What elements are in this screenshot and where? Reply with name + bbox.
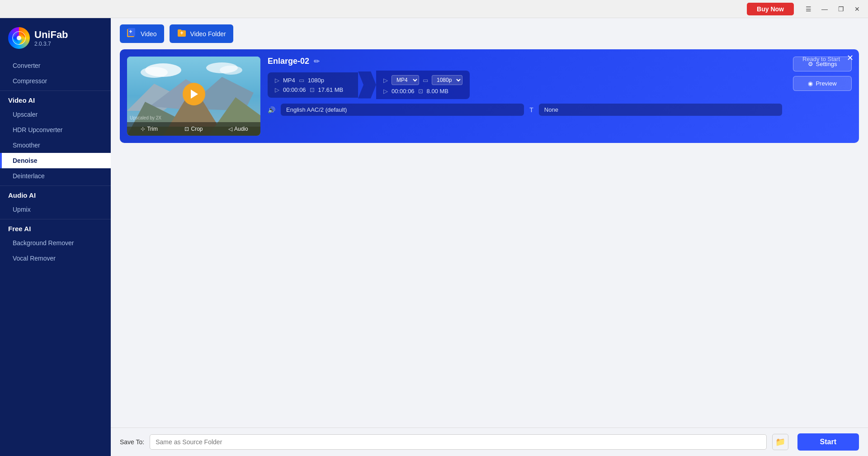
audio-sub-row: 🔊 English AAC/2 (default) T None [268, 104, 782, 116]
source-filesize: 17.61 MB [318, 86, 344, 93]
svg-text:+: + [129, 28, 132, 35]
thumbnail-area: Upscaled by 2X ⊹ Trim ⊡ Crop ◁ Audio [127, 57, 260, 136]
output-block: ▷ MP4 MKV AVI ▭ 1080p 720p [376, 71, 470, 99]
file-info: Enlarge-02 ✏ ▷ MP4 ▭ 1080p [268, 57, 782, 116]
svg-text:+: + [180, 30, 183, 36]
audio-select[interactable]: English AAC/2 (default) [281, 104, 524, 116]
close-card-button[interactable]: ✕ [847, 54, 854, 62]
source-block: ▷ MP4 ▭ 1080p ▷ 00:00:06 ⊡ 17.61 MB [268, 72, 358, 98]
play-small-icon: ▷ [275, 77, 279, 84]
play-button[interactable] [183, 83, 205, 105]
add-video-folder-button[interactable]: + Video Folder [170, 24, 233, 43]
svg-point-8 [141, 67, 168, 78]
audio-edit-button[interactable]: ◁ Audio [216, 125, 260, 133]
browse-folder-button[interactable]: 📁 [772, 434, 788, 450]
file-icon-src: ⊡ [310, 86, 315, 93]
res-icon-src: ▭ [299, 77, 304, 84]
sidebar-item-converter[interactable]: Converter [0, 58, 111, 73]
sidebar-item-smoother[interactable]: Smoother [0, 138, 111, 153]
play-icon [191, 90, 198, 99]
preview-button[interactable]: ◉ Preview [793, 76, 852, 91]
menu-button[interactable]: ☰ [801, 3, 816, 15]
thumbnail-actions: ⊹ Trim ⊡ Crop ◁ Audio [127, 122, 260, 136]
sidebar-divider-3 [0, 219, 111, 219]
add-video-folder-label: Video Folder [190, 30, 226, 38]
source-format-line: ▷ MP4 ▭ 1080p [275, 77, 351, 84]
toolbar: + Video + Video Folder [111, 18, 868, 49]
sidebar-item-hdr-upconverter[interactable]: HDR Upconverter [0, 122, 111, 138]
sidebar-item-denoise[interactable]: Denoise [0, 153, 111, 168]
sidebar-section-video-ai[interactable]: Video AI [0, 93, 111, 107]
add-video-button[interactable]: + Video [120, 24, 164, 43]
crop-button[interactable]: ⊡ Crop [171, 125, 216, 133]
logo-version: 2.0.3.7 [34, 41, 68, 47]
crop-icon: ⊡ [184, 126, 189, 132]
res-icon-out: ▭ [423, 77, 428, 84]
sidebar-item-background-remover[interactable]: Background Remover [0, 235, 111, 251]
output-duration: 00:00:06 [392, 88, 415, 95]
audio-edit-icon: ◁ [228, 126, 232, 132]
sidebar-section-free-ai[interactable]: Free AI [0, 221, 111, 235]
source-duration: 00:00:06 [283, 86, 306, 93]
logo-name: UniFab [34, 29, 68, 41]
sidebar-item-upmix[interactable]: Upmix [0, 202, 111, 217]
edit-title-icon[interactable]: ✏ [314, 57, 320, 66]
subtitle-icon: T [529, 106, 533, 114]
video-list-area: Ready to Start ✕ [111, 49, 868, 428]
play-out-icon: ▷ [383, 77, 388, 84]
ready-to-start-label: Ready to Start [802, 56, 840, 62]
play-out-icon2: ▷ [383, 88, 388, 95]
logo-icon [8, 27, 30, 49]
source-size-line: ▷ 00:00:06 ⊡ 17.61 MB [275, 86, 351, 93]
sidebar-item-vocal-remover[interactable]: Vocal Remover [0, 251, 111, 266]
info-row: ▷ MP4 ▭ 1080p ▷ 00:00:06 ⊡ 17.61 MB [268, 71, 782, 99]
sidebar-section-audio-ai[interactable]: Audio AI [0, 188, 111, 202]
crop-label: Crop [191, 126, 203, 132]
buy-now-button[interactable]: Buy Now [747, 3, 794, 15]
output-resolution-select[interactable]: 1080p 720p 4K [432, 75, 462, 85]
trim-icon: ⊹ [141, 126, 145, 132]
sidebar-divider-2 [0, 185, 111, 186]
audio-edit-label: Audio [234, 126, 248, 132]
save-to-label: Save To: [120, 438, 144, 446]
output-format-select[interactable]: MP4 MKV AVI [392, 75, 419, 85]
preview-label: Preview [816, 80, 836, 87]
output-filesize: 8.00 MB [427, 88, 448, 95]
bottom-bar: Save To: 📁 Start [111, 428, 868, 456]
output-format-line: ▷ MP4 MKV AVI ▭ 1080p 720p [383, 75, 462, 85]
add-folder-icon: + [177, 28, 187, 39]
maximize-button[interactable]: ❐ [834, 3, 848, 15]
sidebar-item-upscaler[interactable]: Upscaler [0, 107, 111, 122]
preview-icon: ◉ [808, 80, 813, 87]
app-body: UniFab 2.0.3.7 Converter Compressor Vide… [0, 18, 868, 456]
upscale-label: Upscaled by 2X [130, 115, 161, 120]
file-icon-out: ⊡ [418, 88, 423, 95]
save-to-input[interactable] [150, 434, 766, 450]
folder-icon: 📁 [775, 437, 785, 447]
minimize-button[interactable]: — [817, 3, 832, 15]
subtitle-select[interactable]: None [539, 104, 782, 116]
sidebar-item-deinterlace[interactable]: Deinterlace [0, 168, 111, 184]
trim-button[interactable]: ⊹ Trim [127, 125, 171, 133]
title-bar: Buy Now ☰ — ❐ ✕ [0, 0, 868, 18]
output-size-line: ▷ 00:00:06 ⊡ 8.00 MB [383, 88, 462, 95]
svg-point-1 [17, 36, 21, 40]
main-content: + Video + Video Folder Ready to Start ✕ [111, 18, 868, 456]
file-title: Enlarge-02 [268, 57, 309, 66]
arrow-separator [358, 71, 376, 99]
logo-area: UniFab 2.0.3.7 [0, 22, 111, 58]
video-card: Ready to Start ✕ [120, 49, 859, 143]
close-button[interactable]: ✕ [850, 3, 864, 15]
logo-text: UniFab 2.0.3.7 [34, 29, 68, 47]
sidebar-divider-1 [0, 90, 111, 91]
start-button[interactable]: Start [797, 433, 859, 451]
file-title-row: Enlarge-02 ✏ [268, 57, 782, 66]
trim-label: Trim [147, 126, 158, 132]
play-small-icon2: ▷ [275, 86, 279, 93]
sidebar-item-compressor[interactable]: Compressor [0, 73, 111, 89]
svg-point-10 [220, 66, 242, 75]
add-video-label: Video [141, 30, 157, 38]
sidebar: UniFab 2.0.3.7 Converter Compressor Vide… [0, 18, 111, 456]
audio-icon: 🔊 [268, 106, 275, 114]
add-video-icon: + [127, 28, 137, 39]
